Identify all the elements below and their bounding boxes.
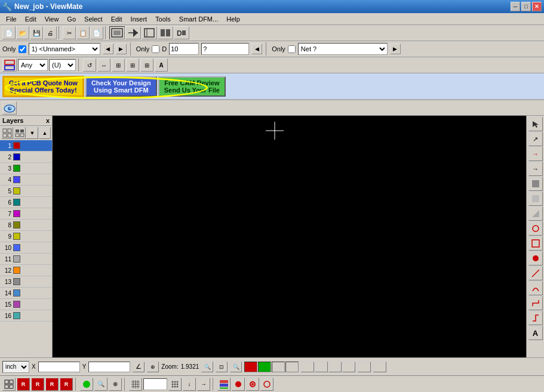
layer-down-btn[interactable]: ▼ xyxy=(26,127,38,139)
bt-search[interactable]: 🔍 xyxy=(94,378,107,391)
color-btn3[interactable] xyxy=(272,362,285,372)
only-checkbox[interactable] xyxy=(19,45,26,53)
layer-row-16[interactable]: 16 xyxy=(0,310,52,322)
net-select[interactable]: Net ? xyxy=(298,43,388,55)
layer-row-4[interactable]: 4 xyxy=(0,174,52,186)
bt-btn5[interactable]: R xyxy=(60,378,73,391)
layer-row-9[interactable]: 9 xyxy=(0,231,52,242)
unit-select[interactable]: inch xyxy=(2,361,29,373)
close-button[interactable]: ✕ xyxy=(532,2,542,11)
layer-row-7[interactable]: 7 xyxy=(0,208,52,220)
layer-row-11[interactable]: 11 xyxy=(0,254,52,265)
layer-select[interactable]: 1) <Unnamed> xyxy=(29,43,100,55)
rt-rect-gray[interactable] xyxy=(528,177,543,191)
rt-circle[interactable] xyxy=(528,221,543,236)
menu-file[interactable]: File xyxy=(2,15,20,23)
any-select[interactable]: Any xyxy=(18,59,48,71)
bt-btn1[interactable] xyxy=(2,378,16,391)
pcb-quote-button[interactable]: Get a PCB Quote Now Special Offers Today… xyxy=(2,76,84,97)
align-btn[interactable]: ⊞ xyxy=(126,58,139,72)
grid-value[interactable]: 0.5 xyxy=(143,378,167,390)
paste-button[interactable]: 📄 xyxy=(90,26,103,39)
menu-go[interactable]: Go xyxy=(63,15,79,23)
rt-rect-light[interactable] xyxy=(528,192,543,206)
bt-layer-icon[interactable] xyxy=(217,378,230,391)
color-btn5[interactable] xyxy=(301,362,314,372)
maximize-button[interactable]: □ xyxy=(521,2,531,11)
only2-checkbox[interactable] xyxy=(152,45,159,53)
flip-h-btn[interactable]: ↔ xyxy=(97,58,110,72)
bt-arrow-right[interactable]: → xyxy=(197,378,210,391)
menu-edit[interactable]: Edit xyxy=(21,15,40,23)
y-coord[interactable]: 0.550691 xyxy=(88,362,130,372)
measure-btn[interactable]: ⊞ xyxy=(140,58,153,72)
grid-btn[interactable]: ⊞ xyxy=(112,58,125,72)
menu-edit2[interactable]: Edit xyxy=(107,15,126,23)
rt-line-diag[interactable] xyxy=(528,266,543,280)
layers-close-button[interactable]: x xyxy=(46,117,50,124)
bt-target[interactable]: ⊕ xyxy=(109,378,122,391)
bt-dot-outline[interactable] xyxy=(260,378,273,391)
layer-row-15[interactable]: 15 xyxy=(0,299,52,310)
bt-circle-green[interactable] xyxy=(80,378,93,391)
zoom-fit-icon[interactable]: ⊡ xyxy=(216,362,228,372)
color-btn1[interactable] xyxy=(244,362,257,372)
rt-text[interactable]: A xyxy=(528,326,543,340)
open-button[interactable]: 📂 xyxy=(16,26,29,39)
menu-smartdfm[interactable]: Smart DFM... xyxy=(176,15,222,23)
menu-select[interactable]: Select xyxy=(81,15,106,23)
rt-pointer[interactable] xyxy=(528,117,543,131)
rt-arrow-diag[interactable]: ↗ xyxy=(528,132,543,146)
bt-arrow-down[interactable]: ↓ xyxy=(183,378,196,391)
misc-icon1[interactable] xyxy=(358,362,371,372)
bt-btn4[interactable]: R xyxy=(45,378,59,391)
menu-view[interactable]: View xyxy=(41,15,63,23)
color-btn8[interactable] xyxy=(342,362,355,372)
misc-icon2[interactable] xyxy=(373,362,386,372)
d-input[interactable] xyxy=(169,43,199,55)
layer-row-13[interactable]: 13 xyxy=(0,276,52,288)
search-input[interactable] xyxy=(201,43,249,55)
layer-grid-btn[interactable] xyxy=(1,127,13,139)
layer-row-5[interactable]: 5 xyxy=(0,186,52,197)
cut-button[interactable]: ✂ xyxy=(63,26,76,39)
u-select[interactable]: (U) xyxy=(49,59,76,71)
canvas-area[interactable] xyxy=(53,116,526,357)
layer-row-8[interactable]: 8 xyxy=(0,220,52,231)
copy-button[interactable]: 📋 xyxy=(76,26,90,39)
layer-next[interactable]: ▶ xyxy=(116,44,127,54)
text-btn[interactable]: A xyxy=(155,58,168,72)
zoom-in-icon[interactable]: 🔍 xyxy=(230,362,242,372)
eye-button[interactable] xyxy=(2,101,17,115)
angle-icon[interactable]: ∠ xyxy=(133,362,145,372)
tool-btn1[interactable] xyxy=(109,26,125,39)
layer-view-btn[interactable] xyxy=(2,58,17,72)
tool-btn2[interactable] xyxy=(125,26,141,39)
target-icon[interactable]: ⊕ xyxy=(147,362,159,372)
rt-arrow-right2[interactable]: → xyxy=(528,162,543,176)
bt-dot-red2[interactable] xyxy=(246,378,259,391)
bt-dot-red[interactable] xyxy=(232,378,245,391)
tool-btn5[interactable]: D xyxy=(174,26,189,39)
print-button[interactable]: 🖨 xyxy=(44,26,57,39)
layer-row-10[interactable]: 10 xyxy=(0,242,52,254)
only3-checkbox[interactable] xyxy=(288,45,296,53)
layer-row-12[interactable]: 12 xyxy=(0,265,52,276)
x-coord[interactable]: 27.637853 xyxy=(38,362,80,372)
layer-row-3[interactable]: 3 xyxy=(0,163,52,174)
rt-triangle[interactable] xyxy=(528,206,543,221)
bt-btn3[interactable]: R xyxy=(31,378,44,391)
menu-insert[interactable]: Insert xyxy=(127,15,151,23)
menu-help[interactable]: Help xyxy=(223,15,244,23)
layer-row-1[interactable]: 1 xyxy=(0,140,52,152)
rt-line-step[interactable] xyxy=(528,296,543,310)
check-design-button[interactable]: Check Your Design Using Smart DFM xyxy=(85,76,157,97)
search-nav[interactable]: ◀ xyxy=(251,44,262,54)
rt-arrow-right[interactable]: → xyxy=(528,147,543,161)
tool-btn4[interactable] xyxy=(158,26,173,39)
net-nav[interactable]: ▶ xyxy=(390,44,401,54)
new-button[interactable]: 📄 xyxy=(2,26,16,39)
layer-list-btn[interactable] xyxy=(14,127,26,139)
color-btn6[interactable] xyxy=(315,362,328,372)
minimize-button[interactable]: ─ xyxy=(511,2,520,11)
